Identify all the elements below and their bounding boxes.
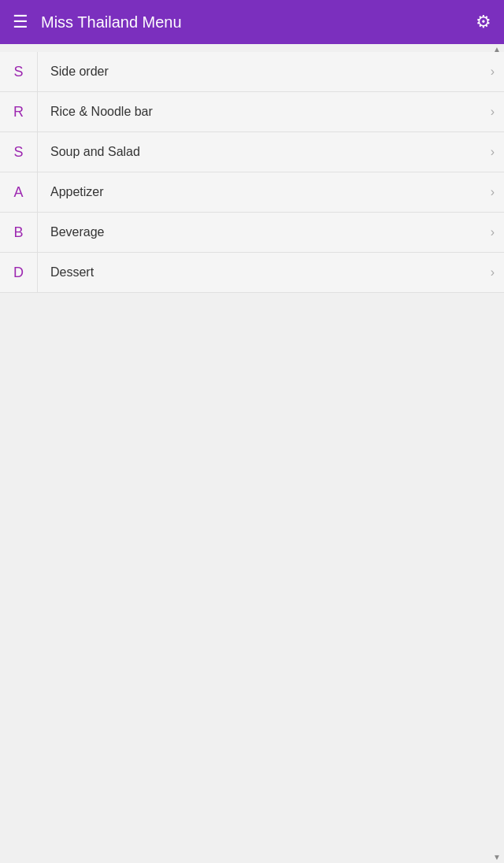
menu-item[interactable]: AAppetizer› [0,172,504,213]
menu-item-letter: S [0,132,38,172]
scroll-down-arrow[interactable]: ▼ [493,854,501,861]
scroll-up-arrow[interactable]: ▲ [493,46,501,50]
menu-item-label: Beverage [38,225,491,239]
chevron-right-icon: › [491,145,504,159]
app-header: ☰ Miss Thailand Menu ⚙ [0,0,504,44]
chevron-right-icon: › [491,265,504,280]
menu-item[interactable]: RRice & Noodle bar› [0,92,504,132]
chevron-right-icon: › [491,185,504,199]
menu-item[interactable]: SSide order› [0,52,504,92]
menu-item-letter: S [0,52,38,91]
menu-item-letter: A [0,172,38,212]
menu-item-label: Soup and Salad [38,145,491,159]
menu-item-label: Rice & Noodle bar [38,105,491,119]
scroll-bottom-indicator: ▼ [0,852,504,863]
menu-item[interactable]: BBeverage› [0,213,504,253]
menu-item-label: Appetizer [38,185,491,199]
menu-item-label: Dessert [38,265,491,280]
menu-item-label: Side order [38,65,491,79]
settings-icon[interactable]: ⚙ [476,12,491,32]
menu-list: SSide order›RRice & Noodle bar›SSoup and… [0,52,504,293]
chevron-right-icon: › [491,105,504,119]
menu-item-letter: R [0,92,38,131]
menu-item[interactable]: DDessert› [0,253,504,293]
app-title: Miss Thailand Menu [41,13,476,31]
chevron-right-icon: › [491,225,504,239]
menu-icon[interactable]: ☰ [13,13,28,31]
chevron-right-icon: › [491,65,504,79]
scroll-top-indicator: ▲ [0,44,504,52]
menu-item-letter: D [0,253,38,292]
menu-item[interactable]: SSoup and Salad› [0,132,504,172]
menu-item-letter: B [0,213,38,252]
